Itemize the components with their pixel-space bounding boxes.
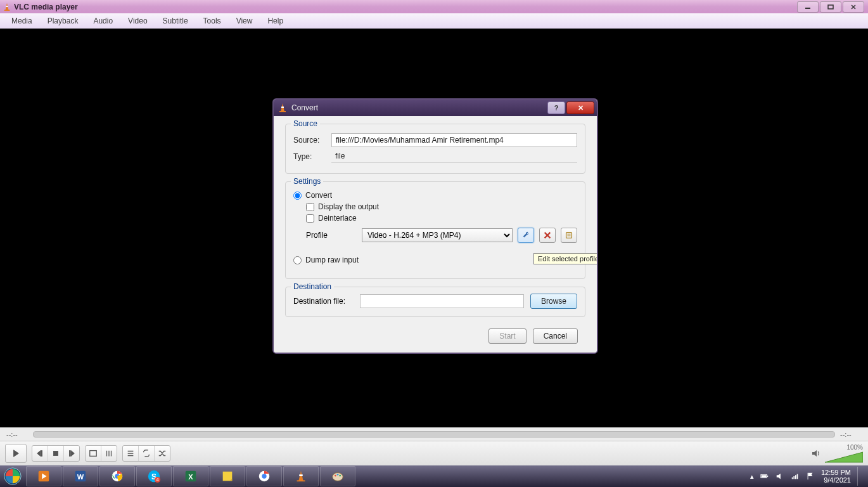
dialog-close-button[interactable]: ✕: [566, 101, 594, 114]
browse-button[interactable]: Browse: [530, 294, 577, 309]
convert-radio[interactable]: [293, 192, 302, 200]
cancel-button[interactable]: Cancel: [533, 328, 578, 344]
windows-taskbar: W S4 X ▴ 12:59 PM 9/4/2021: [0, 465, 868, 487]
svg-rect-61: [797, 474, 798, 479]
destination-file-label: Destination file:: [293, 297, 354, 306]
svg-rect-1: [4, 10, 10, 11]
tray-volume-icon[interactable]: [775, 472, 784, 481]
svg-rect-24: [281, 107, 284, 108]
volume-slider[interactable]: [825, 451, 863, 464]
new-profile-button[interactable]: [561, 228, 577, 243]
flag-icon[interactable]: [806, 472, 815, 481]
taskbar-sticky-notes[interactable]: [210, 466, 245, 486]
window-minimize-button[interactable]: [797, 1, 819, 13]
svg-marker-57: [777, 474, 781, 479]
taskbar-chrome[interactable]: [99, 466, 135, 486]
window-close-button[interactable]: [843, 1, 864, 13]
menu-view[interactable]: View: [229, 15, 260, 27]
display-output-row[interactable]: Display the output: [306, 202, 577, 211]
taskbar-excel[interactable]: X: [173, 466, 208, 486]
extended-settings-button[interactable]: [101, 446, 117, 461]
wifi-icon[interactable]: [791, 472, 800, 481]
menu-subtitle[interactable]: Subtitle: [155, 15, 196, 27]
svg-rect-58: [792, 477, 793, 479]
source-input[interactable]: [331, 133, 577, 147]
svg-rect-4: [828, 5, 833, 9]
clock-date: 9/4/2021: [821, 476, 851, 484]
display-output-label: Display the output: [318, 202, 379, 211]
windows-orb-icon: [3, 467, 22, 486]
os-title-bar: VLC media player: [0, 0, 868, 13]
stop-button[interactable]: [48, 446, 64, 461]
svg-marker-11: [71, 451, 74, 457]
menu-playback[interactable]: Playback: [40, 15, 86, 27]
destination-file-input[interactable]: [360, 294, 524, 308]
shuffle-button[interactable]: [155, 446, 170, 461]
show-desktop-button[interactable]: [857, 467, 863, 486]
taskbar-word[interactable]: W: [63, 466, 98, 486]
svg-rect-13: [90, 451, 97, 457]
taskbar-media-player[interactable]: [26, 466, 61, 486]
taskbar-vlc[interactable]: [283, 466, 319, 486]
time-elapsed: --:--: [6, 431, 28, 438]
svg-marker-21: [825, 452, 863, 462]
start-button[interactable]: Start: [488, 328, 526, 344]
play-button[interactable]: [5, 444, 27, 463]
deinterlace-row[interactable]: Deinterlace: [306, 214, 577, 223]
convert-dialog: Convert ? ✕ Source Source: Type: file Se…: [272, 98, 598, 354]
dump-raw-label: Dump raw input: [305, 256, 359, 264]
menu-video[interactable]: Video: [120, 15, 155, 27]
menu-tools[interactable]: Tools: [196, 15, 229, 27]
profile-select[interactable]: Video - H.264 + MP3 (MP4): [362, 228, 513, 242]
battery-icon[interactable]: [760, 472, 769, 481]
system-clock[interactable]: 12:59 PM 9/4/2021: [821, 469, 851, 484]
vlc-cone-icon: [278, 103, 288, 113]
delete-profile-button[interactable]: [539, 228, 556, 243]
playlist-group: [122, 445, 170, 462]
loop-button[interactable]: [139, 446, 155, 461]
menu-help[interactable]: Help: [260, 15, 291, 27]
start-button[interactable]: [0, 465, 25, 487]
svg-point-51: [335, 475, 336, 477]
fullscreen-button[interactable]: [86, 446, 101, 461]
source-fieldset: Source Source: Type: file: [285, 124, 585, 174]
dialog-help-button[interactable]: ?: [547, 101, 565, 114]
svg-rect-62: [808, 473, 808, 480]
next-button[interactable]: [64, 446, 79, 461]
svg-text:X: X: [188, 473, 193, 481]
source-legend: Source: [291, 119, 320, 128]
dump-raw-radio[interactable]: [293, 256, 302, 264]
tray-show-hidden-icon[interactable]: ▴: [750, 472, 754, 481]
delete-x-icon: [543, 231, 552, 240]
clock-time: 12:59 PM: [821, 469, 851, 476]
speaker-icon[interactable]: [811, 448, 821, 458]
display-output-checkbox[interactable]: [306, 203, 314, 211]
seek-slider[interactable]: [33, 431, 835, 438]
dialog-titlebar[interactable]: Convert ? ✕: [274, 100, 597, 116]
svg-rect-60: [795, 475, 796, 479]
settings-legend: Settings: [291, 177, 323, 186]
playlist-button[interactable]: [123, 446, 139, 461]
deinterlace-checkbox[interactable]: [306, 214, 314, 223]
previous-button[interactable]: [32, 446, 48, 461]
edit-profile-button[interactable]: [518, 228, 534, 243]
taskbar-skype[interactable]: S4: [136, 466, 172, 486]
window-maximize-button[interactable]: [820, 1, 841, 13]
svg-marker-20: [812, 450, 817, 457]
svg-rect-48: [297, 480, 305, 481]
taskbar-paint[interactable]: [320, 466, 355, 486]
deinterlace-label: Deinterlace: [318, 214, 357, 223]
app-title: VLC media player: [14, 3, 78, 11]
menu-media[interactable]: Media: [4, 15, 40, 27]
svg-marker-7: [14, 450, 19, 457]
menu-audio[interactable]: Audio: [86, 15, 120, 27]
system-tray: ▴ 12:59 PM 9/4/2021: [745, 467, 868, 486]
wrench-icon: [521, 231, 530, 240]
taskbar-chrome-2[interactable]: [246, 466, 282, 486]
svg-point-46: [262, 474, 266, 478]
svg-rect-56: [762, 475, 767, 477]
menu-bar: Media Playback Audio Video Subtitle Tool…: [0, 13, 868, 29]
skip-group: [32, 445, 80, 462]
svg-rect-10: [54, 451, 58, 456]
convert-radio-row[interactable]: Convert: [293, 191, 577, 200]
